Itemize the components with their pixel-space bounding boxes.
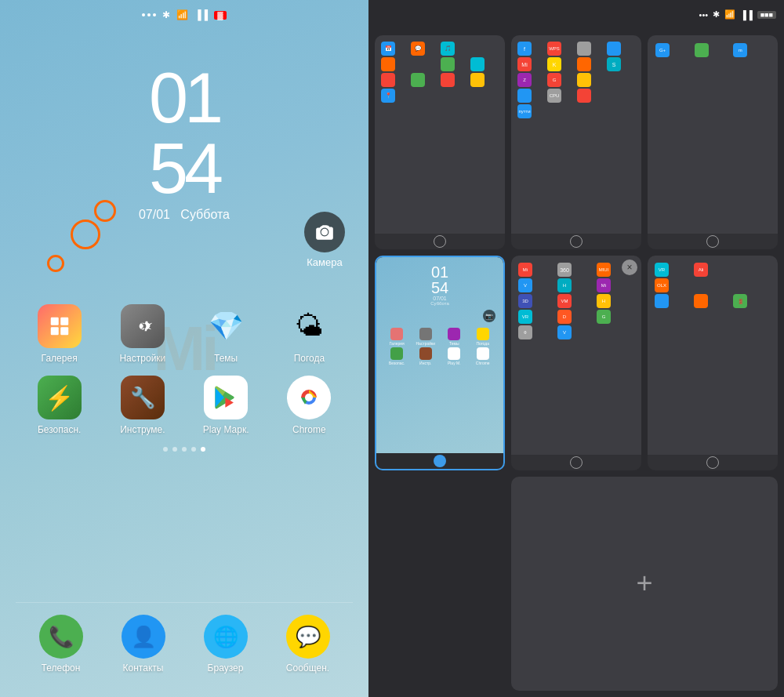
screen-thumb-2[interactable]: f WPS Mi K S Z G CPU путти: [511, 35, 641, 249]
screen-5-grid: Mi 360 MIUI V H Mi 3D VM H VR D G θ V: [515, 260, 637, 343]
screen-1-content: 📅 💬 🎵 📍: [375, 35, 505, 234]
app-gallery[interactable]: Галерея: [24, 304, 95, 364]
mini-set-label: Настройки: [416, 341, 435, 346]
camera-label: Камера: [307, 256, 342, 268]
screen-thumb-3[interactable]: G+ m: [648, 35, 778, 249]
security-label: Безопасн.: [38, 424, 81, 435]
mini-empty-1: [470, 42, 485, 56]
misc-mihome: [694, 294, 708, 308]
vr-player: VR: [518, 310, 532, 324]
home-btn-3[interactable]: [706, 235, 719, 248]
svg-rect-3: [50, 327, 58, 335]
app-settings[interactable]: Настройки: [107, 304, 178, 364]
right-panel: ••• ✱ 📶 ▐▐ ■■■ 📅 💬 🎵 📍: [368, 0, 784, 697]
mini-hour: 01: [382, 264, 498, 280]
dock-phone[interactable]: 📞 Телефон: [24, 615, 98, 673]
screen-thumb-1[interactable]: 📅 💬 🎵 📍: [375, 35, 505, 249]
status-dots-right: •••: [699, 10, 709, 20]
misc-olx: OLX: [655, 278, 669, 292]
phone-label: Телефон: [42, 663, 81, 673]
screen-thumb-6[interactable]: VR Ali OLX 🚪: [648, 256, 778, 470]
mini-active-security: Безопас.: [383, 347, 411, 365]
mini-active-tools: Инстр.: [412, 347, 440, 365]
mini-gal-label: Галерея: [390, 341, 405, 346]
status-dot-1: [142, 13, 145, 16]
messages-label: Сообщен.: [286, 663, 329, 673]
browser-label: Браузер: [208, 663, 244, 673]
mini-facebook: f: [517, 42, 532, 56]
mini-active-settings: Настройки: [412, 328, 440, 346]
dock-contacts[interactable]: 👤 Контакты: [106, 615, 180, 673]
mini-gal-icon: [390, 328, 403, 340]
screen-2-content: f WPS Mi K S Z G CPU путти: [511, 35, 641, 234]
camera-svg: [314, 222, 335, 242]
app-security[interactable]: ⚡ Безопасн.: [24, 376, 95, 435]
mini-app-youtube: [441, 73, 455, 87]
screen-6-home-bar: [648, 455, 778, 470]
screen-4-home-bar: [376, 453, 503, 469]
dot-0[interactable]: [163, 447, 168, 452]
svg-rect-1: [50, 318, 58, 325]
status-dot-3: [153, 13, 156, 16]
screen-2-home-bar: [511, 234, 641, 249]
dot-3[interactable]: [191, 447, 196, 452]
app-weather[interactable]: 🌤 Погода: [274, 304, 345, 364]
add-screen-button[interactable]: +: [511, 477, 778, 691]
home-btn-5[interactable]: [570, 456, 583, 469]
home-btn-1[interactable]: [434, 235, 446, 248]
left-panel: Mi ✱ 📶 ▐▐ ▓ 01 54 07/01 Суббота: [0, 0, 368, 697]
mini-active-play: Play М.: [441, 347, 468, 365]
screen-4-content: 01 54 07/01 Суббота 📷 Галерея Настройки: [376, 257, 503, 452]
mini-active-grid: Галерея Настройки Темы Погода Безопас.: [380, 326, 499, 367]
bluetooth-icon: ✱: [162, 9, 170, 20]
vr-dlnum: D: [557, 310, 572, 324]
app-grid: Галерея Настройки 💎 Темы 🌤 Погода ⚡ Безо…: [16, 304, 353, 435]
mini-active-weather: Погода: [470, 328, 497, 346]
orange-circle-medium: [94, 200, 116, 222]
svg-point-7: [305, 394, 313, 401]
screen-thumb-5[interactable]: × Mi 360 MIUI V H Mi 3D VM H VR D G θ V: [511, 256, 641, 470]
svg-rect-2: [60, 318, 68, 325]
mini-app-photos: [470, 73, 485, 87]
mini-funido: [577, 57, 591, 71]
mini-app-hangouts: [470, 57, 485, 71]
app-tools[interactable]: 🔧 Инструме.: [107, 376, 178, 435]
home-btn-2[interactable]: [570, 235, 583, 248]
misc-disk: [655, 294, 669, 308]
app-chrome[interactable]: Chrome: [274, 376, 345, 435]
weather-label: Погода: [294, 353, 325, 364]
dot-2[interactable]: [182, 447, 187, 452]
dock-messages[interactable]: 💬 Сообщен.: [270, 615, 345, 673]
status-dot-2: [147, 13, 151, 16]
home-btn-6[interactable]: [706, 456, 719, 469]
mini-day: Суббота: [382, 301, 498, 306]
mini-wea-icon: [477, 328, 489, 340]
screen-3-home-bar: [648, 234, 778, 249]
vr-mifit: Mi: [518, 263, 532, 277]
mini-app-playmusic: [411, 73, 425, 87]
mini-putty: путти: [517, 104, 532, 118]
mini-active-chrome: Chrome: [470, 347, 497, 365]
gallery-label: Галерея: [42, 353, 78, 364]
mini-app1: [577, 42, 591, 56]
dot-1[interactable]: [172, 447, 177, 452]
mini-play-label: Play М.: [448, 361, 461, 365]
mini-empty-5: [470, 89, 485, 103]
security-icon: ⚡: [38, 376, 82, 419]
mini-skype: S: [607, 57, 621, 71]
dot-4-active[interactable]: [201, 447, 205, 452]
camera-shortcut[interactable]: Камера: [304, 212, 345, 268]
mini-quick: [577, 73, 591, 87]
app-themes[interactable]: 💎 Темы: [191, 304, 262, 364]
screen-3-grid: G+ m: [652, 39, 774, 61]
app-playstore[interactable]: Play Марк.: [191, 376, 262, 435]
dock-browser[interactable]: 🌐 Браузер: [188, 615, 263, 673]
status-bar-left: ✱ 📶 ▐▐ ▓: [0, 9, 368, 20]
screen-6-grid: VR Ali OLX 🚪: [652, 260, 774, 311]
screen-thumb-4-active[interactable]: 01 54 07/01 Суббота 📷 Галерея Настройки: [375, 256, 505, 470]
vr-sphere: Mi: [597, 278, 611, 292]
vr-3dvr: 3D: [518, 294, 532, 308]
signal-icon: ▐▐: [194, 9, 208, 20]
tools-label: Инструме.: [120, 424, 165, 435]
home-btn-active[interactable]: [434, 455, 446, 467]
